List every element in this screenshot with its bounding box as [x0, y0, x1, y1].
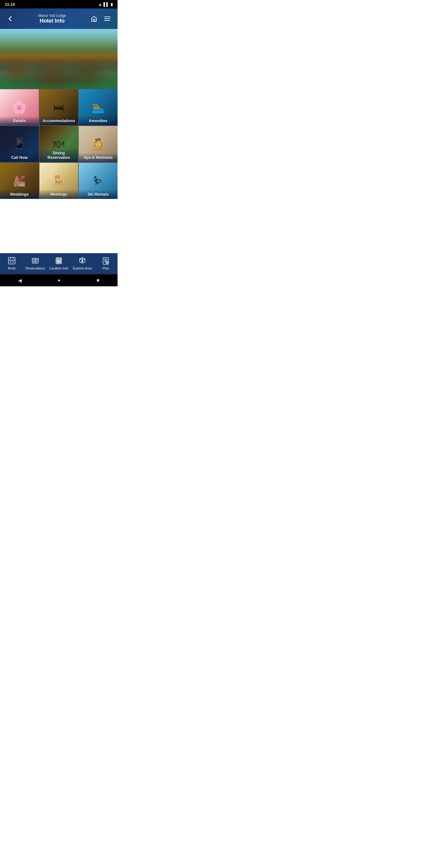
grid-item-meetings-overlay: Meetings	[39, 190, 79, 199]
nav-item-locationinfo[interactable]: Location Info	[47, 256, 70, 270]
menu-button[interactable]	[102, 13, 113, 24]
svg-rect-3	[8, 257, 15, 264]
nav-reservations-label: Reservations	[26, 267, 45, 270]
grid-item-dining-overlay: Dining Reservation	[39, 148, 79, 162]
book-icon	[7, 256, 16, 265]
grid-item-accommodations-overlay: Accommodations	[39, 116, 79, 125]
grid-item-callnow-overlay: Call Now	[0, 153, 39, 162]
grid-item-accommodations-label: Accommodations	[41, 119, 76, 123]
grid-item-accommodations[interactable]: Accommodations	[39, 89, 79, 125]
grid-item-amenities-overlay: Amenities	[79, 116, 118, 125]
android-nav-bar: ◀ ● ■	[0, 274, 118, 286]
grid-item-weddings-overlay: Weddings	[0, 190, 39, 199]
android-recent-button[interactable]: ■	[97, 278, 100, 283]
nav-book-label: Book	[8, 267, 16, 270]
grid-item-skirentals[interactable]: Ski Rentals	[79, 163, 118, 199]
grid-item-amenities-label: Amenities	[81, 119, 116, 123]
grid-item-callnow-label: Call Now	[2, 155, 37, 160]
grid-item-spa-label: Spa & Wellness	[81, 155, 116, 160]
grid-item-amenities[interactable]: Amenities	[79, 89, 118, 125]
content-spacer	[0, 199, 118, 253]
android-back-button[interactable]: ◀	[18, 278, 22, 283]
nav-item-book[interactable]: Book	[0, 256, 24, 270]
grid-item-weddings-label: Weddings	[2, 192, 37, 196]
grid-item-skirentals-overlay: Ski Rentals	[79, 190, 118, 199]
hotel-name: Manor Vail Lodge	[38, 13, 66, 18]
grid-item-skirentals-label: Ski Rentals	[81, 192, 116, 196]
battery-icon: ▮	[111, 2, 113, 7]
grid-item-dining[interactable]: Dining Reservation	[39, 126, 79, 162]
grid-item-details-overlay: Details	[0, 116, 39, 125]
grid-item-meetings-label: Meetings	[41, 192, 76, 196]
grid-item-weddings[interactable]: Weddings	[0, 163, 39, 199]
signal-icon: ▌▌	[104, 2, 109, 7]
grid-item-callnow[interactable]: Call Now	[0, 126, 39, 162]
nav-locationinfo-label: Location Info	[50, 267, 68, 270]
nav-item-explorearea[interactable]: Explore Area	[70, 256, 94, 270]
page-title: Hotel Info	[38, 18, 66, 24]
status-time: 11:14	[5, 2, 15, 7]
header-center: Manor Vail Lodge Hotel Info	[38, 13, 66, 24]
grid-item-meetings[interactable]: Meetings	[39, 163, 79, 199]
back-button[interactable]	[5, 13, 16, 24]
reservations-icon	[31, 256, 40, 265]
bottom-nav: Book Reservations	[0, 253, 118, 274]
header: Manor Vail Lodge Hotel Info	[0, 8, 118, 29]
nav-item-reservations[interactable]: Reservations	[24, 256, 47, 270]
home-button[interactable]	[89, 13, 99, 24]
status-bar: 11:14 ▲ ▌▌ ▮	[0, 0, 118, 8]
grid-item-spa[interactable]: Spa & Wellness	[79, 126, 118, 162]
nav-plan-label: Plan	[102, 267, 109, 270]
hero-image	[0, 29, 118, 89]
grid-item-dining-label: Dining Reservation	[41, 151, 76, 160]
wifi-icon: ▲	[98, 2, 102, 7]
status-icons: ▲ ▌▌ ▮	[98, 2, 113, 7]
grid-item-details[interactable]: Details	[0, 89, 39, 125]
grid-item-spa-overlay: Spa & Wellness	[79, 153, 118, 162]
nav-item-plan[interactable]: Plan	[94, 256, 118, 270]
explore-icon	[78, 256, 87, 265]
android-home-button[interactable]: ●	[58, 278, 61, 283]
plan-icon	[101, 256, 110, 265]
grid-item-details-label: Details	[2, 119, 37, 123]
nav-explorearea-label: Explore Area	[73, 267, 92, 270]
location-icon	[54, 256, 63, 265]
menu-grid: Details Accommodations Amenities Call No…	[0, 89, 118, 199]
